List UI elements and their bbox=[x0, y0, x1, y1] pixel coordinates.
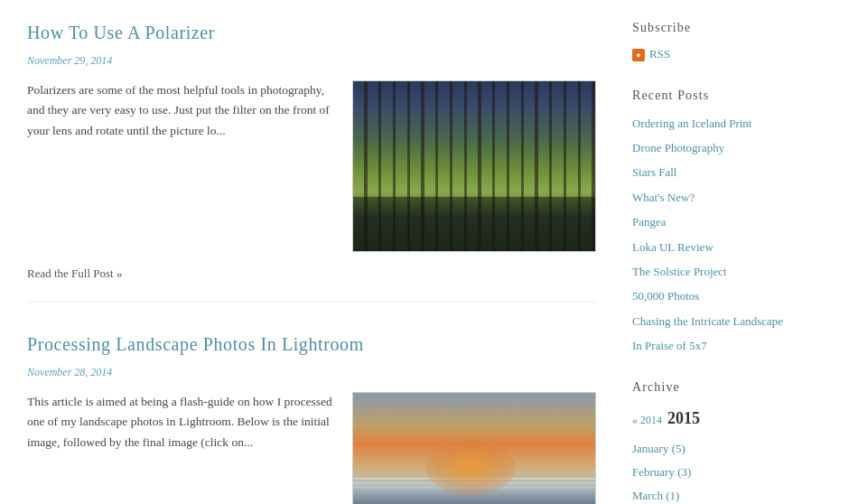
post-excerpt: This article is aimed at being a flash-g… bbox=[27, 392, 338, 453]
rss-icon: ● bbox=[632, 49, 645, 61]
rss-label: RSS bbox=[649, 45, 670, 64]
recent-posts-heading: Recent Posts bbox=[632, 86, 813, 106]
archive-month-link[interactable]: March (1) bbox=[632, 489, 679, 502]
post-body: Polarizers are some of the most helpful … bbox=[27, 80, 596, 252]
rss-link[interactable]: ● RSS bbox=[632, 45, 813, 64]
post-body: This article is aimed at being a flash-g… bbox=[27, 392, 596, 504]
read-more: Read the Full Post » bbox=[27, 265, 596, 284]
subscribe-section: Subscribe ● RSS bbox=[632, 18, 813, 64]
recent-post-item: Pangea bbox=[632, 212, 813, 232]
recent-post-link[interactable]: In Praise of 5x7 bbox=[632, 339, 707, 352]
recent-post-item: The Solstice Project bbox=[632, 262, 813, 282]
recent-post-item: Stars Fall bbox=[632, 163, 813, 182]
recent-post-item: Chasing the Intricate Landscape bbox=[632, 312, 813, 331]
recent-post-item: 50,000 Photos bbox=[632, 286, 813, 306]
archive-section: Archive « 2014 2015 January (5)February … bbox=[632, 378, 813, 504]
post-image-forest bbox=[352, 80, 596, 252]
post-title: How to Use a Polarizer bbox=[27, 18, 596, 47]
read-more-link[interactable]: Read the Full Post » bbox=[27, 266, 122, 280]
recent-post-item: What's New? bbox=[632, 188, 813, 208]
post-title-link[interactable]: Processing Landscape Photos in Lightroom bbox=[27, 334, 364, 354]
archive-current-year: 2015 bbox=[667, 406, 700, 432]
recent-post-link[interactable]: What's New? bbox=[632, 191, 695, 204]
recent-post-link[interactable]: Drone Photography bbox=[632, 141, 724, 154]
archive-month-item: February (3) bbox=[632, 462, 813, 482]
archive-year-nav: « 2014 2015 bbox=[632, 406, 813, 432]
recent-post-link[interactable]: Loka UL Review bbox=[632, 240, 713, 254]
post-image-ocean bbox=[352, 392, 596, 504]
recent-post-link[interactable]: Pangea bbox=[632, 215, 667, 229]
post-date: November 28, 2014 bbox=[27, 364, 596, 381]
recent-post-link[interactable]: The Solstice Project bbox=[632, 265, 727, 278]
page-wrapper: How to Use a Polarizer November 29, 2014… bbox=[0, 0, 867, 504]
main-content: How to Use a Polarizer November 29, 2014… bbox=[27, 18, 596, 504]
post-image-wrap bbox=[352, 80, 596, 252]
post-item: Processing Landscape Photos in Lightroom… bbox=[27, 330, 596, 504]
post-date: November 29, 2014 bbox=[27, 52, 596, 70]
archive-month-item: January (5) bbox=[632, 439, 813, 459]
recent-post-link[interactable]: Ordering an Iceland Print bbox=[632, 117, 751, 130]
archive-month-item: March (1) bbox=[632, 486, 813, 504]
archive-months-list: January (5)February (3)March (1)April (2… bbox=[632, 439, 813, 504]
recent-post-link[interactable]: Stars Fall bbox=[632, 165, 676, 179]
sidebar: Subscribe ● RSS Recent Posts Ordering an… bbox=[632, 18, 813, 504]
subscribe-heading: Subscribe bbox=[632, 18, 813, 38]
recent-post-link[interactable]: 50,000 Photos bbox=[632, 289, 699, 303]
post-title: Processing Landscape Photos in Lightroom bbox=[27, 330, 596, 359]
archive-prev-year-link[interactable]: « 2014 bbox=[632, 412, 662, 429]
recent-post-link[interactable]: Chasing the Intricate Landscape bbox=[632, 314, 783, 328]
archive-month-link[interactable]: January (5) bbox=[632, 442, 685, 455]
recent-post-item: Ordering an Iceland Print bbox=[632, 114, 813, 134]
recent-post-item: Loka UL Review bbox=[632, 238, 813, 257]
recent-posts-list: Ordering an Iceland PrintDrone Photograp… bbox=[632, 114, 813, 357]
archive-heading: Archive bbox=[632, 378, 813, 397]
post-title-link[interactable]: How to Use a Polarizer bbox=[27, 23, 215, 42]
archive-month-link[interactable]: February (3) bbox=[632, 465, 691, 479]
recent-post-item: In Praise of 5x7 bbox=[632, 336, 813, 356]
recent-posts-section: Recent Posts Ordering an Iceland PrintDr… bbox=[632, 86, 813, 356]
post-item: How to Use a Polarizer November 29, 2014… bbox=[27, 18, 596, 303]
recent-post-item: Drone Photography bbox=[632, 138, 813, 158]
post-image-wrap bbox=[352, 392, 596, 504]
post-excerpt: Polarizers are some of the most helpful … bbox=[27, 80, 338, 141]
